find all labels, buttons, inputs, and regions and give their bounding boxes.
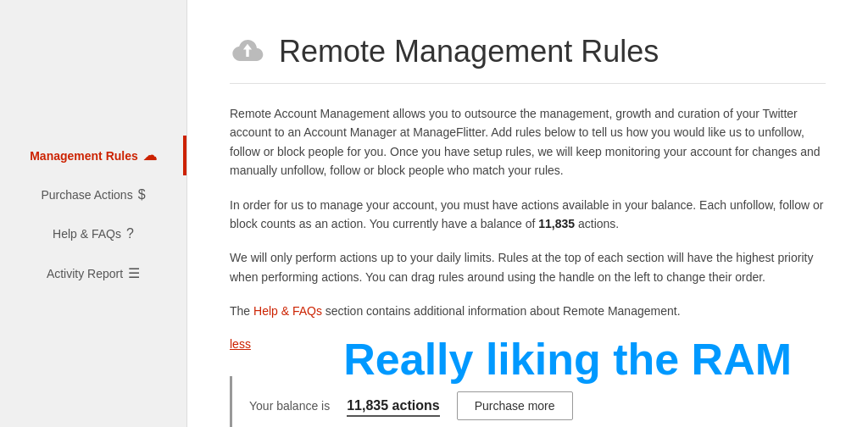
less-link[interactable]: less	[230, 337, 251, 351]
main-content: Remote Management Rules Remote Account M…	[187, 0, 868, 427]
description-2-prefix: In order for us to manage your account, …	[230, 198, 823, 230]
sidebar-item-help-faqs[interactable]: Help & FAQs?	[0, 214, 186, 253]
help-faqs-icon: ?	[126, 226, 134, 241]
sidebar-item-purchase-actions[interactable]: Purchase Actions$	[0, 175, 186, 214]
activity-report-label: Activity Report	[47, 267, 123, 280]
description-2: In order for us to manage your account, …	[230, 196, 826, 234]
description-4-suffix: section contains additional information …	[322, 304, 681, 318]
description-4-prefix: The	[230, 304, 253, 318]
management-rules-label: Management Rules	[30, 149, 138, 163]
help-faqs-label: Help & FAQs	[53, 227, 121, 241]
page-title: Remote Management Rules	[279, 34, 659, 69]
purchase-more-button[interactable]: Purchase more	[457, 391, 573, 420]
help-faqs-link[interactable]: Help & FAQs	[253, 304, 322, 318]
management-rules-icon: ☁	[143, 147, 157, 164]
purchase-actions-icon: $	[138, 187, 146, 202]
description-2-suffix: actions.	[575, 217, 619, 230]
sidebar-item-activity-report[interactable]: Activity Report☰	[0, 253, 186, 293]
page-header: Remote Management Rules	[230, 34, 826, 84]
balance-label: Your balance is	[249, 399, 330, 413]
description-1: Remote Account Management allows you to …	[230, 104, 826, 180]
activity-report-icon: ☰	[128, 265, 140, 281]
sidebar: Management Rules☁Purchase Actions$Help &…	[0, 0, 186, 427]
balance-inline: 11,835	[538, 217, 575, 230]
balance-amount: 11,835 actions	[347, 398, 439, 413]
sidebar-item-management-rules[interactable]: Management Rules☁	[0, 136, 186, 175]
balance-bar: Your balance is 11,835 actions Purchase …	[230, 376, 826, 427]
description-4: The Help & FAQs section contains additio…	[230, 302, 826, 320]
purchase-actions-label: Purchase Actions	[41, 188, 132, 202]
description-3: We will only perform actions up to your …	[230, 248, 826, 286]
cloud-upload-icon	[230, 34, 265, 69]
